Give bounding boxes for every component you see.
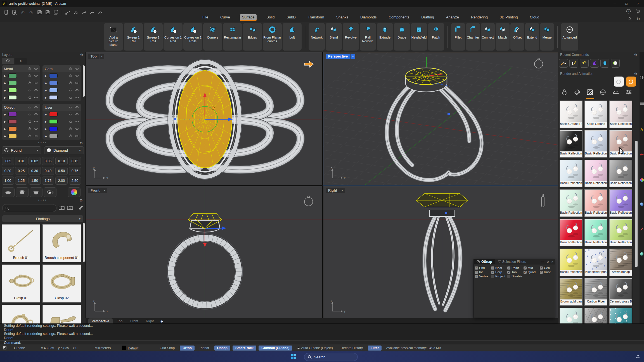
- eye-icon[interactable]: [75, 88, 79, 93]
- layers-scrollbar[interactable]: [83, 65, 85, 97]
- prong-head-2-icon[interactable]: [16, 187, 29, 197]
- material-tile[interactable]: Basic Reflection: [609, 189, 632, 217]
- ribbon-button-sweep-1[interactable]: 1Sweep 1 Rail: [124, 23, 143, 51]
- material-tile[interactable]: Basic Reflection: [609, 160, 632, 187]
- units-label[interactable]: Millimeters: [95, 346, 111, 350]
- ribbon-button-revolve[interactable]: Revolve: [343, 23, 359, 51]
- expand-icon[interactable]: ▶: [4, 74, 6, 77]
- ribbon-button-corners[interactable]: Corners: [203, 23, 222, 51]
- status-toggle-grid-snap[interactable]: Grid Snap: [157, 346, 177, 351]
- render-preview-button[interactable]: [614, 77, 624, 87]
- layer-row[interactable]: ▶: [42, 132, 81, 140]
- layer-color-swatch[interactable]: [8, 134, 17, 138]
- status-toggle-auto-cplane-object-[interactable]: Auto CPlane (Object): [294, 346, 335, 351]
- layer-color-swatch[interactable]: [49, 112, 58, 116]
- osnap-option-vertex[interactable]: ✓Vertex: [475, 275, 491, 278]
- expand-icon[interactable]: ▶: [45, 135, 47, 138]
- layers-gear-icon[interactable]: ⚙: [80, 53, 83, 57]
- viewport-front-canvas[interactable]: [86, 186, 322, 318]
- ribbon-button-fillet[interactable]: Fillet: [451, 23, 465, 51]
- layer-color-swatch[interactable]: [49, 95, 58, 100]
- expand-icon[interactable]: ▶: [4, 96, 6, 99]
- layer-row[interactable]: ▶: [42, 111, 81, 118]
- checkbox[interactable]: ✓: [524, 266, 527, 270]
- osnap-tab[interactable]: OSnap: [474, 259, 495, 264]
- eye-icon[interactable]: [34, 119, 38, 124]
- expand-icon[interactable]: ▶: [4, 120, 6, 123]
- ribbon-button-curves-1[interactable]: 1Curves on 1 Rail: [164, 23, 183, 51]
- finding-item[interactable]: Brooch component 01: [42, 224, 81, 262]
- layer-color-swatch[interactable]: [49, 88, 58, 92]
- undo-icon[interactable]: ↶: [20, 10, 26, 16]
- lock-icon[interactable]: [69, 88, 72, 93]
- ribbon-button-extend[interactable]: Extend: [525, 23, 539, 51]
- viewport-right-menu-icon[interactable]: ▼: [340, 188, 345, 193]
- osnap-option-end[interactable]: ✓End: [475, 266, 491, 270]
- material-tile[interactable]: [584, 308, 607, 323]
- viewport-top[interactable]: Top▼ xy: [86, 52, 323, 185]
- checkbox[interactable]: ✓: [491, 266, 494, 270]
- expand-icon[interactable]: ▶: [4, 127, 6, 130]
- lock-icon[interactable]: [28, 119, 31, 124]
- material-tile[interactable]: Blue flower prin: [584, 249, 607, 276]
- material-tile[interactable]: Basic Reflection: [584, 189, 607, 217]
- ribbon-button-advanced[interactable]: Advanced: [561, 23, 578, 51]
- material-tile[interactable]: [609, 308, 632, 323]
- finding-item[interactable]: Clasp 01: [2, 265, 40, 303]
- material-tile[interactable]: Basic Reflection: [560, 189, 583, 217]
- maximize-button[interactable]: □: [621, 0, 632, 7]
- disc-icon[interactable]: [611, 59, 620, 68]
- layer-group-header[interactable]: User: [42, 104, 81, 111]
- lock-icon[interactable]: [69, 73, 72, 78]
- gem-size-button[interactable]: 0.01: [15, 157, 27, 165]
- expand-icon[interactable]: ▶: [4, 113, 6, 116]
- expand-icon[interactable]: ▶: [45, 113, 47, 116]
- menu-tab-analyze[interactable]: Analyze: [444, 14, 461, 20]
- library-gear-icon[interactable]: ⚙: [79, 198, 83, 203]
- status-toggle-planar[interactable]: Planar: [197, 346, 212, 351]
- prong-head-3-icon[interactable]: [30, 187, 42, 197]
- menu-tab-shanks[interactable]: Shanks: [334, 14, 351, 20]
- checkbox[interactable]: [507, 275, 510, 278]
- layer-color-swatch[interactable]: [49, 134, 58, 138]
- curve-blend-icon[interactable]: [73, 9, 79, 16]
- gem-size-button[interactable]: 0.10: [55, 157, 68, 165]
- osnap-close-icon[interactable]: ×: [551, 260, 553, 263]
- material-tile[interactable]: Basic Reflection: [609, 101, 632, 128]
- checkbox[interactable]: ✓: [475, 275, 478, 278]
- gem-shape-select[interactable]: Round▼: [2, 146, 41, 154]
- layer-color-swatch[interactable]: [8, 81, 17, 85]
- ribbon-button-loft[interactable]: Loft: [283, 23, 302, 51]
- bezel-tab[interactable]: [573, 89, 581, 99]
- lock-icon[interactable]: [69, 126, 72, 131]
- prong-head-4-icon[interactable]: [44, 187, 56, 197]
- material-tile[interactable]: Basic Reflection: [560, 249, 583, 276]
- lock-icon[interactable]: [28, 112, 31, 117]
- layer-color-swatch[interactable]: [8, 88, 17, 92]
- checkbox[interactable]: ✓: [540, 266, 543, 270]
- gem-size-button[interactable]: 2.00: [55, 177, 68, 185]
- eye-icon[interactable]: [34, 73, 38, 78]
- gem-cut-select[interactable]: Diamond▼: [44, 146, 84, 154]
- lock-icon[interactable]: [28, 126, 31, 131]
- expand-icon[interactable]: ▶: [45, 82, 47, 85]
- new-file-icon[interactable]: [3, 9, 9, 16]
- lock-icon[interactable]: [28, 67, 31, 71]
- checkbox[interactable]: ✓: [540, 271, 543, 274]
- osnap-option-tan[interactable]: ✓Tan: [507, 270, 524, 274]
- layer-color-swatch[interactable]: [8, 73, 17, 78]
- menu-tab-solid[interactable]: Solid: [264, 14, 277, 20]
- blue-sphere-icon[interactable]: [640, 203, 643, 206]
- lock-icon[interactable]: [28, 80, 31, 85]
- ribbon-button-connect[interactable]: Connect: [481, 23, 495, 51]
- file-search-icon[interactable]: [11, 9, 17, 16]
- open-user-library-icon[interactable]: [59, 205, 65, 211]
- osnap-more-icon[interactable]: ⋯: [541, 260, 544, 264]
- layers-tab[interactable]: [2, 58, 14, 64]
- eye-icon[interactable]: [34, 134, 38, 139]
- viewport-front-menu-icon[interactable]: ▼: [102, 188, 107, 193]
- material-tile[interactable]: Basic Reflection: [584, 130, 607, 158]
- layer-row[interactable]: ▶: [42, 118, 81, 125]
- cplane-label[interactable]: CPlane: [14, 346, 25, 350]
- expand-icon[interactable]: ▶: [45, 89, 47, 92]
